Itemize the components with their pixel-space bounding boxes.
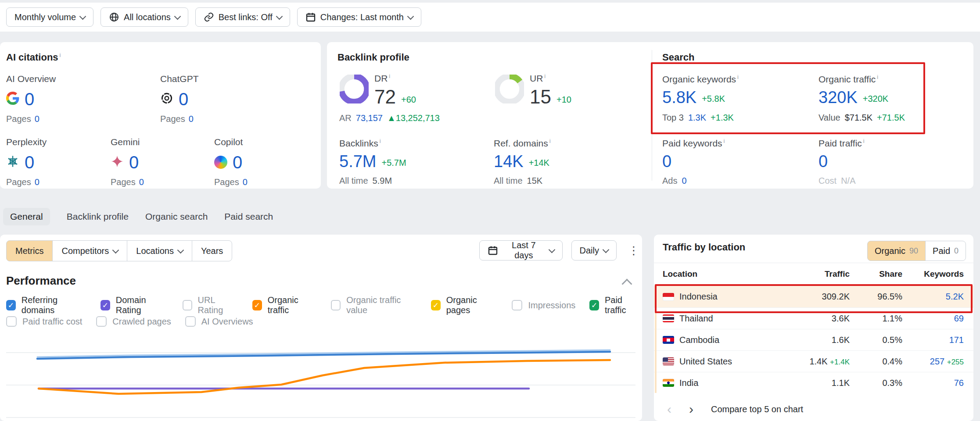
col-keywords[interactable]: Keywords <box>902 269 964 279</box>
pages-count-link[interactable]: 0 <box>189 114 194 124</box>
checkbox-crawled-pages[interactable]: Crawled pages <box>96 316 171 327</box>
table-row-united-states[interactable]: United States 1.4K +1.4K 0.4% 257 +255 <box>654 350 973 372</box>
traffic-type-toggle: Organic 90 Paid 0 <box>867 241 966 261</box>
tab-organic-search[interactable]: Organic search <box>145 208 208 225</box>
pages-label: Pages <box>111 177 136 187</box>
ads-label: Ads <box>662 176 677 186</box>
locations-filter[interactable]: All locations <box>101 7 188 27</box>
chatgpt-icon <box>160 92 173 107</box>
table-row-cambodia[interactable]: Cambodia 1.6K 0.5% 171 <box>654 329 973 350</box>
checkbox-organic-pages[interactable]: Organic pages <box>431 295 498 315</box>
paid-traffic-value[interactable]: 0 <box>818 153 828 170</box>
paid-keywords-value[interactable]: 0 <box>662 153 671 170</box>
info-icon[interactable]: i <box>549 138 551 144</box>
ref-domains-value[interactable]: 14K <box>494 153 524 170</box>
prev-page-icon[interactable]: ‹ <box>667 403 671 416</box>
pages-count-link[interactable]: 0 <box>243 177 248 187</box>
chevron-down-icon <box>276 13 283 20</box>
info-icon[interactable]: i <box>389 73 390 79</box>
checkbox-domain-rating[interactable]: Domain Rating <box>101 295 169 315</box>
backlinks-value[interactable]: 5.7M <box>339 153 376 170</box>
segment-locations[interactable]: Locations <box>127 240 192 261</box>
checkbox-referring-domains[interactable]: Referring domains <box>6 295 86 315</box>
col-share[interactable]: Share <box>850 269 902 279</box>
tab-backlink-profile[interactable]: Backlink profile <box>67 208 129 225</box>
gemini-metric: Gemini 0 Pages0 <box>111 137 212 147</box>
segment-years[interactable]: Years <box>192 240 232 261</box>
ai-overview-value[interactable]: 0 <box>25 89 34 109</box>
copilot-value[interactable]: 0 <box>233 153 242 172</box>
kebab-menu-icon[interactable]: ⋮ <box>625 240 642 260</box>
info-icon[interactable]: i <box>737 74 739 80</box>
info-icon[interactable]: i <box>380 138 381 144</box>
organic-keywords-value[interactable]: 5.8K <box>662 89 696 106</box>
compare-top5-link[interactable]: Compare top 5 on chart <box>711 404 803 414</box>
keywords-link[interactable]: 171 <box>902 335 964 345</box>
col-location[interactable]: Location <box>663 269 779 279</box>
link-icon <box>204 12 214 22</box>
pages-count-link[interactable]: 0 <box>139 177 144 187</box>
checkbox-paid-traffic-cost[interactable]: Paid traffic cost <box>6 316 82 327</box>
tab-general[interactable]: General <box>3 208 50 225</box>
collapse-chevron-up-icon[interactable] <box>621 278 632 289</box>
table-row-india[interactable]: India 1.1K 0.3% 76 <box>654 372 973 393</box>
info-icon[interactable]: i <box>544 73 546 79</box>
value-label: Value <box>818 113 840 123</box>
tab-paid-search[interactable]: Paid search <box>224 208 273 225</box>
date-range-button[interactable]: Last 7 days <box>479 240 563 260</box>
chatgpt-value[interactable]: 0 <box>179 89 188 109</box>
checkbox-organic-traffic-value[interactable]: Organic traffic value <box>331 295 417 315</box>
checkbox-icon <box>252 300 262 310</box>
perplexity-label: Perplexity <box>6 137 107 147</box>
organic-traffic-value[interactable]: 320K <box>818 89 858 106</box>
best-links-filter[interactable]: Best links: Off <box>195 7 290 27</box>
segment-metrics[interactable]: Metrics <box>6 240 53 261</box>
traffic-table-header: Location Traffic Share Keywords <box>654 265 973 283</box>
section-divider <box>652 50 652 181</box>
next-page-icon[interactable]: › <box>689 403 693 416</box>
checkbox-organic-traffic[interactable]: Organic traffic <box>252 295 317 315</box>
perplexity-value[interactable]: 0 <box>25 153 34 172</box>
top3-value-link[interactable]: 1.3K <box>688 113 706 123</box>
granularity-button[interactable]: Daily <box>571 240 617 260</box>
table-row-indonesia[interactable]: Indonesia 309.2K 96.5% 5.2K <box>654 286 973 307</box>
gemini-value[interactable]: 0 <box>129 153 139 172</box>
toggle-organic[interactable]: Organic 90 <box>867 241 926 261</box>
keywords-link[interactable]: 5.2K <box>902 292 964 302</box>
table-row-thailand[interactable]: Thailand 3.6K 1.1% 69 <box>654 307 973 329</box>
info-icon[interactable]: i <box>863 138 865 144</box>
metric-checkbox-row-2: Paid traffic cost Crawled pages AI Overv… <box>6 316 253 327</box>
checkbox-paid-traffic[interactable]: Paid traffic <box>589 295 642 315</box>
col-traffic[interactable]: Traffic <box>779 269 850 279</box>
segment-competitors[interactable]: Competitors <box>52 240 127 261</box>
pages-count-link[interactable]: 0 <box>35 177 39 187</box>
report-tabs: General Backlink profile Organic search … <box>3 208 273 225</box>
checkbox-url-rating[interactable]: URL Rating <box>183 295 238 315</box>
backlinks-delta: +5.7M <box>381 158 406 170</box>
keywords-link[interactable]: 69 <box>902 314 964 324</box>
dr-donut-chart <box>340 75 369 103</box>
info-icon[interactable]: i <box>877 74 878 80</box>
traffic-by-location-panel: Traffic by location Organic 90 Paid 0 Lo… <box>654 235 973 421</box>
keywords-link[interactable]: 257 <box>930 357 944 366</box>
date-controls: Last 7 days Daily ⋮ <box>479 240 642 260</box>
info-icon[interactable]: i <box>60 52 61 58</box>
checkbox-ai-overviews[interactable]: AI Overviews <box>185 316 253 327</box>
keywords-link[interactable]: 76 <box>902 378 964 388</box>
copilot-label: Copilot <box>214 137 315 147</box>
toggle-paid[interactable]: Paid 0 <box>925 241 966 261</box>
ads-value-link[interactable]: 0 <box>682 176 686 186</box>
ar-value-link[interactable]: 73,157 <box>356 113 383 123</box>
pages-label: Pages <box>6 114 31 124</box>
info-icon[interactable]: i <box>724 138 725 144</box>
divider <box>654 263 973 263</box>
dr-delta: +60 <box>401 95 416 107</box>
monthly-volume-filter[interactable]: Monthly volume <box>6 7 93 27</box>
backlink-profile-title: Backlink profile <box>337 52 409 63</box>
organic-count: 90 <box>909 246 918 256</box>
checkbox-impressions[interactable]: Impressions <box>512 300 575 310</box>
changes-filter[interactable]: Changes: Last month <box>297 7 421 27</box>
checkbox-icon <box>512 300 522 310</box>
pages-count-link[interactable]: 0 <box>35 114 39 124</box>
date-range-label: Last 7 days <box>503 240 545 260</box>
